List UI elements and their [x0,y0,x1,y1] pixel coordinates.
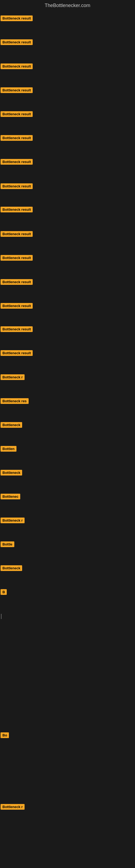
list-item: Bottleneck result [1,39,33,45]
page-wrapper: TheBottlenecker.com Bottleneck resultBot… [0,0,135,868]
bottleneck-badge[interactable]: Bottleneck result [1,207,33,212]
bottleneck-badge[interactable]: Bottleneck result [1,111,33,117]
bottleneck-badge[interactable]: Bottleneck result [1,350,33,356]
list-item: Bottleneck result [1,231,33,237]
list-item: B [1,589,7,595]
list-item: Bottlenec [1,494,20,499]
bottleneck-badge[interactable]: Bottleneck result [1,63,33,69]
list-item: Bottleneck [1,565,22,571]
bottleneck-badge[interactable]: Bottleneck r [1,374,25,380]
bottleneck-badge[interactable]: Bottleneck result [1,303,33,309]
list-item: Bottleneck result [1,207,33,212]
bottleneck-badge[interactable]: Bottleneck result [1,16,33,21]
bottleneck-badge[interactable]: Bottleneck [1,422,22,428]
list-item: Bottleneck r [1,374,25,380]
bottleneck-badge[interactable]: Bottle [1,541,14,547]
list-item: Bottleneck result [1,16,33,21]
bottleneck-badge[interactable]: Bottleneck r [1,804,25,810]
bottleneck-badge[interactable]: Bottleneck result [1,231,33,237]
list-item: Bottleneck result [1,159,33,165]
list-item: Bottleneck result [1,255,33,261]
bottleneck-badge[interactable]: Bottleneck result [1,326,33,332]
list-item: Bottleneck [1,470,22,475]
bottleneck-badge[interactable]: Bottlenec [1,494,20,499]
bottleneck-badge[interactable]: Bo [1,733,9,738]
list-item: | [1,613,2,619]
list-item: Bottleneck result [1,135,33,141]
bottleneck-badge[interactable]: Bottleneck result [1,279,33,285]
bottleneck-badge[interactable]: Bottleneck r [1,518,25,523]
list-item: Bottleneck result [1,87,33,93]
bottleneck-badge[interactable]: Bottleneck [1,470,22,475]
bottleneck-badge[interactable]: Bottleneck result [1,183,33,189]
bottleneck-badge[interactable]: Bottleneck result [1,87,33,93]
list-item: Bottleneck result [1,303,33,309]
list-item: Bottleneck res [1,398,29,404]
list-item: Bottleneck result [1,111,33,117]
bottleneck-badge[interactable]: Bottleneck [1,565,22,571]
list-item: Bottle [1,541,14,547]
list-item: Bottleneck result [1,63,33,69]
bottleneck-badge[interactable]: Bottleneck result [1,135,33,141]
list-item: Bottleneck result [1,350,33,356]
list-item: Bottleneck result [1,326,33,332]
bottleneck-badge[interactable]: Bottlen [1,446,16,452]
list-item: Bottleneck result [1,183,33,189]
site-title: TheBottlenecker.com [0,0,135,10]
bottleneck-badge[interactable]: Bottleneck result [1,159,33,165]
list-item: Bo [1,733,9,738]
bottleneck-badge[interactable]: Bottleneck result [1,39,33,45]
bottleneck-badge[interactable]: B [1,589,7,595]
list-item: Bottleneck result [1,279,33,285]
list-item: Bottleneck [1,422,22,428]
list-item: Bottlen [1,446,16,452]
bottleneck-badge[interactable]: Bottleneck res [1,398,29,404]
list-item: Bottleneck r [1,804,25,810]
bottleneck-badge[interactable]: Bottleneck result [1,255,33,261]
list-item: Bottleneck r [1,518,25,523]
